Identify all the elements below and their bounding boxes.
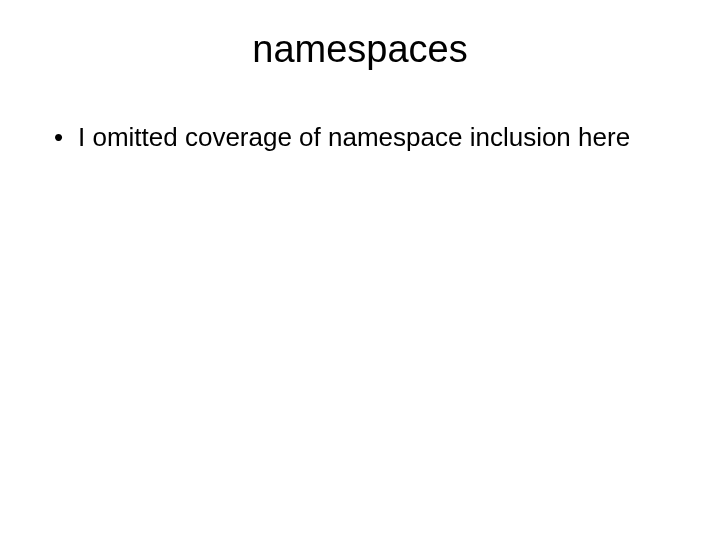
slide-title: namespaces — [40, 28, 680, 71]
bullet-list: I omitted coverage of namespace inclusio… — [40, 121, 680, 154]
bullet-item: I omitted coverage of namespace inclusio… — [50, 121, 680, 154]
slide-container: namespaces I omitted coverage of namespa… — [0, 0, 720, 540]
